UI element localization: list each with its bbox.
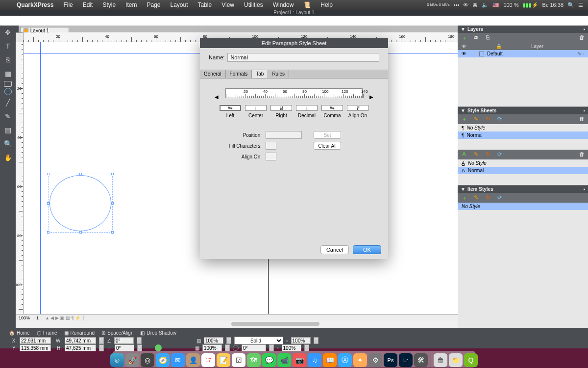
tool-text[interactable]: T — [1, 40, 15, 53]
dup-layer-icon[interactable]: ⎘ — [484, 34, 491, 41]
resize-handle[interactable] — [111, 173, 114, 175]
trash-icon[interactable]: 🗑 — [578, 116, 585, 123]
menu-help[interactable]: Help — [316, 1, 338, 8]
menu-table[interactable]: Table — [193, 1, 217, 8]
layer-row[interactable]: 👁 Default ✎ ▫ — [458, 50, 588, 57]
disclosure-triangle-icon[interactable]: ▼ — [461, 186, 466, 192]
tool-link[interactable]: ⎘ — [1, 53, 15, 66]
name-field[interactable] — [227, 53, 379, 62]
tool-zoom[interactable]: 🔍 — [1, 137, 15, 150]
new-style-icon[interactable]: ＋ — [461, 116, 467, 123]
dock-trash-icon[interactable]: 🗑 — [434, 353, 447, 367]
dock-messages-icon[interactable]: 💬 — [262, 353, 276, 367]
spinner[interactable]: ▴▾ — [314, 337, 318, 344]
dock-gamecenter-icon[interactable]: ✦ — [353, 353, 367, 367]
set-button[interactable]: Set — [314, 131, 341, 139]
tabstop-comma-button[interactable]: ⭾ — [321, 105, 343, 111]
tabstop-decimal-button[interactable]: ↓ — [296, 105, 318, 111]
status-dots-icon[interactable]: ••• — [454, 2, 460, 8]
resize-handle[interactable] — [47, 231, 49, 234]
resize-handle[interactable] — [111, 202, 114, 205]
ruler-right-arrow[interactable]: ▶ — [369, 94, 373, 100]
dock-preferences-icon[interactable]: ⚙ — [368, 353, 382, 367]
clearall-button[interactable]: Clear All — [314, 142, 341, 150]
merge-layer-icon[interactable]: ⧉ — [472, 34, 479, 41]
menu-window[interactable]: Window — [268, 1, 299, 8]
dock-mail-icon[interactable]: ✉ — [171, 353, 185, 367]
angle-field[interactable] — [114, 337, 134, 344]
dock-lightroom-icon[interactable]: Lr — [399, 353, 413, 367]
update-style-icon[interactable]: ↻ — [484, 151, 491, 158]
prop-tab-dropshadow[interactable]: ◧ Drop Shadow — [140, 330, 176, 336]
tab-ruler[interactable]: 20406080100120140 — [225, 88, 363, 98]
status-wifi-icon[interactable]: ⌘ — [472, 2, 478, 8]
style-row[interactable]: ¶Normal — [458, 131, 588, 139]
panel-menu-icon[interactable]: ▪ — [583, 108, 585, 113]
itemstyles-header[interactable]: ▼Item Styles▪ — [458, 185, 588, 193]
menu-style[interactable]: Style — [98, 1, 121, 8]
oval-shape[interactable] — [49, 175, 111, 231]
dock-ibooks-icon[interactable]: 📖 — [323, 353, 337, 367]
resize-handle[interactable] — [47, 173, 49, 175]
prop-tab-home[interactable]: 🏠 Home — [9, 330, 30, 336]
refresh-style-icon[interactable]: ⟳ — [496, 194, 503, 201]
tool-oval[interactable] — [4, 88, 12, 95]
dialog-tab-general[interactable]: General — [200, 70, 226, 78]
menu-page[interactable]: Page — [142, 1, 165, 8]
scrollbar-thumb[interactable] — [231, 322, 319, 326]
guide-vertical[interactable] — [40, 42, 41, 314]
selected-oval-box[interactable] — [48, 174, 113, 233]
status-eye-icon[interactable]: 👁 — [463, 2, 468, 8]
style-row[interactable]: ¶No Style — [458, 124, 588, 131]
update-style-icon[interactable]: ↻ — [484, 116, 491, 123]
spotlight-icon[interactable]: 🔍 — [567, 2, 574, 8]
dock-utility-icon[interactable]: 🛠 — [414, 353, 428, 367]
resize-handle[interactable] — [79, 231, 82, 234]
dock-photoshop-icon[interactable]: Ps — [384, 353, 397, 367]
add-layer-icon[interactable]: ＋ — [461, 34, 467, 41]
dock-folder-icon[interactable]: 📁 — [449, 353, 463, 367]
dock-appstore-icon[interactable]: Ⓐ — [338, 353, 352, 367]
status-flag-icon[interactable]: 🇺🇸 — [492, 2, 499, 8]
style-row[interactable]: A̲No Style — [458, 159, 588, 167]
x-field[interactable] — [20, 337, 51, 344]
tabstop-center-button[interactable]: ↓ — [245, 105, 267, 111]
tool-item-move[interactable]: ✥ — [1, 26, 15, 39]
opacity-field[interactable] — [204, 337, 223, 344]
battery-icon[interactable]: ▮▮▮⚡ — [523, 2, 539, 8]
dock-facetime-icon[interactable]: 📹 — [277, 353, 291, 367]
edit-style-icon[interactable]: ✎ — [472, 194, 479, 201]
fillchars-field[interactable] — [266, 142, 276, 150]
edit-style-icon[interactable]: ✎ — [472, 151, 479, 158]
refresh-style-icon[interactable]: ⟳ — [496, 116, 503, 123]
tool-rect[interactable] — [4, 81, 12, 87]
edit-style-icon[interactable]: ✎ — [472, 116, 479, 123]
dock-maps-icon[interactable]: 🗺 — [247, 353, 261, 367]
position-field[interactable] — [266, 131, 302, 139]
tool-picture[interactable]: ▦ — [1, 67, 15, 80]
spinner[interactable]: ▴▾ — [99, 337, 104, 344]
visibility-icon[interactable]: 👁 — [462, 51, 467, 56]
tabstop-alignon-button[interactable]: ⭿ — [347, 105, 368, 111]
horizontal-scrollbar[interactable] — [16, 321, 458, 328]
menu-list-icon[interactable]: ☰ — [578, 2, 583, 8]
tabstop-left-button[interactable]: ⭾ — [220, 105, 241, 111]
trash-icon[interactable]: 🗑 — [578, 151, 585, 158]
resize-handle[interactable] — [47, 202, 49, 205]
alignon-field[interactable] — [266, 153, 276, 160]
spinner[interactable]: ▴▾ — [137, 337, 142, 344]
page-nav-icons[interactable]: ▲ ◀ ▶ ▣ ▧ ¶ ⚡ — [42, 315, 84, 320]
tool-grid[interactable]: ▤ — [1, 124, 15, 136]
style-row[interactable]: A̲Normal — [458, 167, 588, 174]
page-field[interactable]: 1 — [33, 315, 42, 320]
prop-tab-runaround[interactable]: ▣ Runaround — [64, 330, 95, 336]
opacity-field[interactable] — [291, 337, 311, 344]
trash-icon[interactable]: 🗑 — [578, 34, 585, 41]
cancel-button[interactable]: Cancel — [320, 245, 349, 254]
resize-handle[interactable] — [111, 231, 114, 234]
dialog-tab-rules[interactable]: Rules — [268, 70, 289, 78]
w-field[interactable] — [65, 337, 96, 344]
ruler-left-arrow[interactable]: ◀ — [215, 94, 219, 100]
layers-header[interactable]: ▼Layers▪ — [458, 26, 588, 33]
tabstop-right-button[interactable]: ⭿ — [270, 105, 292, 111]
